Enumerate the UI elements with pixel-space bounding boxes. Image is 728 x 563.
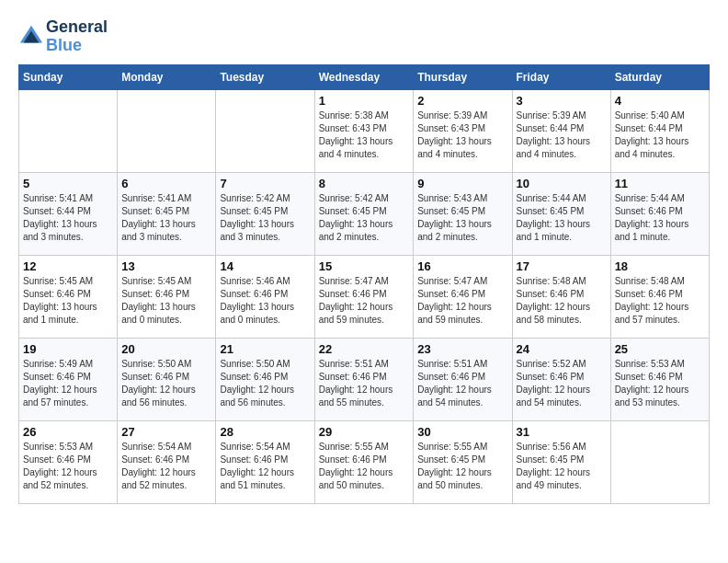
day-info: Sunrise: 5:44 AM Sunset: 6:45 PM Dayligh… bbox=[517, 192, 607, 244]
day-info: Sunrise: 5:41 AM Sunset: 6:45 PM Dayligh… bbox=[121, 192, 211, 244]
day-number: 22 bbox=[319, 342, 410, 356]
day-number: 3 bbox=[517, 94, 607, 108]
day-info: Sunrise: 5:43 AM Sunset: 6:45 PM Dayligh… bbox=[417, 192, 507, 244]
weekday-header-friday: Friday bbox=[512, 64, 610, 89]
day-info: Sunrise: 5:47 AM Sunset: 6:46 PM Dayligh… bbox=[417, 275, 507, 327]
calendar-cell: 9Sunrise: 5:43 AM Sunset: 6:45 PM Daylig… bbox=[414, 172, 512, 255]
calendar-cell: 22Sunrise: 5:51 AM Sunset: 6:46 PM Dayli… bbox=[314, 338, 414, 420]
day-info: Sunrise: 5:45 AM Sunset: 6:46 PM Dayligh… bbox=[23, 275, 113, 327]
calendar-cell: 29Sunrise: 5:55 AM Sunset: 6:46 PM Dayli… bbox=[314, 420, 414, 503]
calendar-week-5: 26Sunrise: 5:53 AM Sunset: 6:46 PM Dayli… bbox=[19, 420, 710, 503]
day-number: 12 bbox=[23, 259, 113, 273]
calendar-cell: 15Sunrise: 5:47 AM Sunset: 6:46 PM Dayli… bbox=[314, 255, 414, 338]
day-number: 2 bbox=[417, 94, 507, 108]
day-number: 31 bbox=[517, 425, 607, 439]
day-number: 7 bbox=[220, 177, 310, 190]
day-number: 20 bbox=[121, 342, 211, 356]
day-number: 17 bbox=[517, 259, 607, 273]
calendar-week-3: 12Sunrise: 5:45 AM Sunset: 6:46 PM Dayli… bbox=[19, 255, 710, 338]
day-info: Sunrise: 5:55 AM Sunset: 6:46 PM Dayligh… bbox=[319, 441, 410, 492]
calendar-cell: 18Sunrise: 5:48 AM Sunset: 6:46 PM Dayli… bbox=[610, 255, 709, 338]
day-info: Sunrise: 5:50 AM Sunset: 6:46 PM Dayligh… bbox=[220, 358, 310, 409]
day-info: Sunrise: 5:40 AM Sunset: 6:44 PM Dayligh… bbox=[615, 109, 705, 161]
logo: General Blue bbox=[18, 18, 108, 55]
day-info: Sunrise: 5:49 AM Sunset: 6:46 PM Dayligh… bbox=[23, 358, 113, 409]
calendar-week-1: 1Sunrise: 5:38 AM Sunset: 6:43 PM Daylig… bbox=[19, 89, 710, 172]
page-header: General Blue bbox=[18, 18, 710, 55]
day-number: 26 bbox=[23, 425, 113, 439]
day-info: Sunrise: 5:53 AM Sunset: 6:46 PM Dayligh… bbox=[23, 441, 113, 492]
day-info: Sunrise: 5:44 AM Sunset: 6:46 PM Dayligh… bbox=[615, 192, 705, 244]
calendar-cell bbox=[19, 89, 118, 172]
day-info: Sunrise: 5:39 AM Sunset: 6:43 PM Dayligh… bbox=[417, 109, 507, 161]
calendar-cell: 14Sunrise: 5:46 AM Sunset: 6:46 PM Dayli… bbox=[216, 255, 314, 338]
day-info: Sunrise: 5:48 AM Sunset: 6:46 PM Dayligh… bbox=[517, 275, 607, 327]
weekday-header-saturday: Saturday bbox=[610, 64, 709, 89]
calendar-cell: 30Sunrise: 5:55 AM Sunset: 6:45 PM Dayli… bbox=[414, 420, 512, 503]
day-info: Sunrise: 5:47 AM Sunset: 6:46 PM Dayligh… bbox=[319, 275, 410, 327]
logo-text-line2: Blue bbox=[46, 37, 108, 55]
calendar-cell: 16Sunrise: 5:47 AM Sunset: 6:46 PM Dayli… bbox=[414, 255, 512, 338]
calendar-body: 1Sunrise: 5:38 AM Sunset: 6:43 PM Daylig… bbox=[19, 89, 710, 503]
calendar-cell: 25Sunrise: 5:53 AM Sunset: 6:46 PM Dayli… bbox=[610, 338, 709, 420]
day-number: 23 bbox=[417, 342, 507, 356]
day-info: Sunrise: 5:41 AM Sunset: 6:44 PM Dayligh… bbox=[23, 192, 113, 244]
calendar-cell: 10Sunrise: 5:44 AM Sunset: 6:45 PM Dayli… bbox=[512, 172, 610, 255]
day-number: 8 bbox=[319, 177, 410, 190]
day-number: 5 bbox=[23, 177, 113, 190]
day-info: Sunrise: 5:56 AM Sunset: 6:45 PM Dayligh… bbox=[517, 441, 607, 492]
calendar-header: SundayMondayTuesdayWednesdayThursdayFrid… bbox=[19, 64, 710, 89]
calendar-week-2: 5Sunrise: 5:41 AM Sunset: 6:44 PM Daylig… bbox=[19, 172, 710, 255]
calendar-cell: 7Sunrise: 5:42 AM Sunset: 6:45 PM Daylig… bbox=[216, 172, 314, 255]
day-info: Sunrise: 5:54 AM Sunset: 6:46 PM Dayligh… bbox=[220, 441, 310, 492]
day-number: 18 bbox=[615, 259, 705, 273]
day-number: 13 bbox=[121, 259, 211, 273]
day-info: Sunrise: 5:45 AM Sunset: 6:46 PM Dayligh… bbox=[121, 275, 211, 327]
day-number: 29 bbox=[319, 425, 410, 439]
day-info: Sunrise: 5:55 AM Sunset: 6:45 PM Dayligh… bbox=[417, 441, 507, 492]
day-info: Sunrise: 5:52 AM Sunset: 6:46 PM Dayligh… bbox=[517, 358, 607, 409]
calendar-week-4: 19Sunrise: 5:49 AM Sunset: 6:46 PM Dayli… bbox=[19, 338, 710, 420]
weekday-header-sunday: Sunday bbox=[19, 64, 118, 89]
day-number: 10 bbox=[517, 177, 607, 190]
calendar-cell: 11Sunrise: 5:44 AM Sunset: 6:46 PM Dayli… bbox=[610, 172, 709, 255]
day-number: 24 bbox=[517, 342, 607, 356]
calendar-cell: 8Sunrise: 5:42 AM Sunset: 6:45 PM Daylig… bbox=[314, 172, 414, 255]
day-number: 25 bbox=[615, 342, 705, 356]
calendar-cell: 19Sunrise: 5:49 AM Sunset: 6:46 PM Dayli… bbox=[19, 338, 118, 420]
calendar-cell bbox=[118, 89, 216, 172]
calendar-cell: 28Sunrise: 5:54 AM Sunset: 6:46 PM Dayli… bbox=[216, 420, 314, 503]
day-info: Sunrise: 5:53 AM Sunset: 6:46 PM Dayligh… bbox=[615, 358, 705, 409]
logo-text-line1: General bbox=[46, 18, 108, 37]
day-info: Sunrise: 5:50 AM Sunset: 6:46 PM Dayligh… bbox=[121, 358, 211, 409]
weekday-header-wednesday: Wednesday bbox=[314, 64, 414, 89]
day-number: 14 bbox=[220, 259, 310, 273]
day-number: 19 bbox=[23, 342, 113, 356]
calendar-cell: 23Sunrise: 5:51 AM Sunset: 6:46 PM Dayli… bbox=[414, 338, 512, 420]
weekday-header-monday: Monday bbox=[118, 64, 216, 89]
day-info: Sunrise: 5:48 AM Sunset: 6:46 PM Dayligh… bbox=[615, 275, 705, 327]
day-info: Sunrise: 5:46 AM Sunset: 6:46 PM Dayligh… bbox=[220, 275, 310, 327]
day-number: 30 bbox=[417, 425, 507, 439]
calendar-cell: 5Sunrise: 5:41 AM Sunset: 6:44 PM Daylig… bbox=[19, 172, 118, 255]
calendar-cell: 2Sunrise: 5:39 AM Sunset: 6:43 PM Daylig… bbox=[414, 89, 512, 172]
calendar-cell: 21Sunrise: 5:50 AM Sunset: 6:46 PM Dayli… bbox=[216, 338, 314, 420]
calendar-cell: 13Sunrise: 5:45 AM Sunset: 6:46 PM Dayli… bbox=[118, 255, 216, 338]
calendar-cell bbox=[610, 420, 709, 503]
day-number: 21 bbox=[220, 342, 310, 356]
day-number: 6 bbox=[121, 177, 211, 190]
logo-icon bbox=[18, 24, 44, 50]
calendar-cell: 6Sunrise: 5:41 AM Sunset: 6:45 PM Daylig… bbox=[118, 172, 216, 255]
calendar-cell: 24Sunrise: 5:52 AM Sunset: 6:46 PM Dayli… bbox=[512, 338, 610, 420]
day-info: Sunrise: 5:42 AM Sunset: 6:45 PM Dayligh… bbox=[319, 192, 410, 244]
day-number: 16 bbox=[417, 259, 507, 273]
day-info: Sunrise: 5:39 AM Sunset: 6:44 PM Dayligh… bbox=[517, 109, 607, 161]
day-number: 9 bbox=[417, 177, 507, 190]
day-info: Sunrise: 5:51 AM Sunset: 6:46 PM Dayligh… bbox=[417, 358, 507, 409]
calendar-table: SundayMondayTuesdayWednesdayThursdayFrid… bbox=[18, 64, 710, 504]
day-info: Sunrise: 5:42 AM Sunset: 6:45 PM Dayligh… bbox=[220, 192, 310, 244]
calendar-cell: 31Sunrise: 5:56 AM Sunset: 6:45 PM Dayli… bbox=[512, 420, 610, 503]
calendar-cell: 1Sunrise: 5:38 AM Sunset: 6:43 PM Daylig… bbox=[314, 89, 414, 172]
day-info: Sunrise: 5:51 AM Sunset: 6:46 PM Dayligh… bbox=[319, 358, 410, 409]
day-number: 11 bbox=[615, 177, 705, 190]
